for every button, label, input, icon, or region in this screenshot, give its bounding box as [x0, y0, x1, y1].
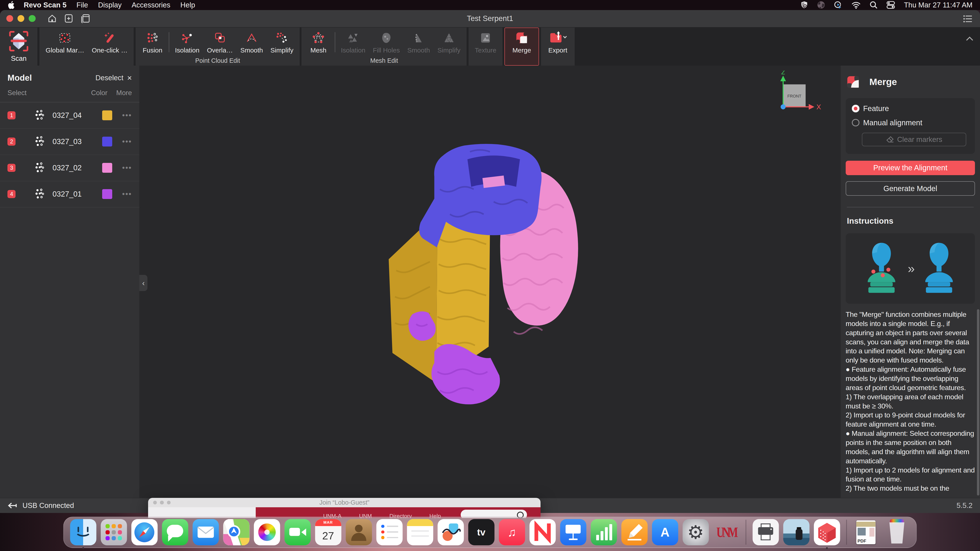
dock-reminders-icon[interactable]	[376, 519, 402, 545]
model-row-2[interactable]: 2 0327_03 •••	[0, 129, 139, 155]
wifi-icon[interactable]	[851, 1, 861, 9]
mesh-isolation-button[interactable]: Isolation	[337, 29, 369, 55]
overlap-button[interactable]: Overla…	[203, 29, 237, 55]
deselect-close-icon[interactable]: ×	[127, 73, 132, 83]
feature-radio-row[interactable]: Feature	[852, 104, 969, 113]
control-center-icon[interactable]	[886, 1, 895, 9]
merge-button[interactable]: Merge	[504, 27, 539, 65]
projects-icon[interactable]	[81, 14, 90, 23]
model-more-button[interactable]: •••	[122, 164, 132, 172]
dock-calendar-icon[interactable]: MAR 27	[315, 519, 341, 545]
menu-item-display[interactable]: Display	[98, 1, 122, 9]
preview-alignment-button[interactable]: Preview the Alignment	[846, 161, 975, 175]
zoom-window-button[interactable]	[29, 15, 35, 22]
sync-icon[interactable]	[834, 1, 843, 9]
active-app-name[interactable]: Revo Scan 5	[24, 1, 67, 9]
deselect-button[interactable]: Deselect	[95, 74, 123, 82]
dock-settings-icon[interactable]: ⚙	[682, 519, 709, 545]
join-network-dialog[interactable]: Join “Lobo-Guest” UNM-A UNM Directory He…	[148, 498, 541, 518]
minimize-window-button[interactable]	[18, 15, 24, 22]
model-order-badge: 3	[8, 164, 16, 172]
manual-alignment-radio-row[interactable]: Manual alignment	[852, 119, 969, 127]
dock-desktop-picture-icon[interactable]	[783, 519, 810, 545]
menu-item-file[interactable]: File	[76, 1, 88, 9]
model-panel-title: Model	[8, 73, 95, 83]
fusion-button[interactable]: Fusion	[138, 29, 167, 55]
viewport-3d[interactable]: ‹ FRONT Z X	[139, 65, 841, 498]
dock-notes-icon[interactable]	[407, 519, 433, 545]
model-color-swatch[interactable]	[102, 110, 112, 121]
dock-appletv-icon[interactable]: tv	[468, 519, 495, 545]
toolbar-collapse-chevron[interactable]	[966, 36, 974, 41]
dock-freeform-icon[interactable]	[438, 519, 464, 545]
panel-collapse-chevron[interactable]: ‹	[139, 275, 148, 291]
shield-icon[interactable]	[800, 1, 808, 9]
export-button[interactable]: Export	[543, 29, 572, 55]
apple-menu-icon[interactable]	[8, 1, 15, 10]
dock-pdf-document-icon[interactable]: PDF	[853, 519, 880, 545]
close-window-button[interactable]	[6, 15, 13, 22]
dock-trash-icon[interactable]	[884, 519, 910, 545]
menu-item-help[interactable]: Help	[180, 1, 195, 9]
pc-simplify-button[interactable]: Simplify	[267, 29, 297, 55]
dock-safari-icon[interactable]	[131, 519, 158, 545]
menu-item-accessories[interactable]: Accessories	[132, 1, 170, 9]
model-more-button[interactable]: •••	[122, 137, 132, 146]
dock-messages-icon[interactable]	[162, 519, 188, 545]
model-color-swatch[interactable]	[102, 189, 112, 199]
window-titlebar[interactable]: Test Serpent1	[0, 10, 980, 27]
pc-isolation-button[interactable]: Isolation	[171, 29, 203, 55]
gizmo-front-label: FRONT	[787, 94, 801, 98]
dock-printer-icon[interactable]	[752, 519, 779, 545]
generate-model-button[interactable]: Generate Model	[846, 181, 975, 196]
global-markers-button[interactable]: Global Mar…	[42, 29, 88, 55]
dock-numbers-icon[interactable]	[590, 519, 617, 545]
clear-markers-button[interactable]: Clear markers	[862, 133, 966, 146]
dialog-titlebar[interactable]: Join “Lobo-Guest”	[148, 498, 541, 507]
dock-contacts-icon[interactable]	[345, 519, 372, 545]
toolbar-group-point-cloud-edit: Fusion Isolation Overla…	[135, 27, 300, 65]
scanned-model-3d[interactable]	[375, 139, 612, 421]
model-row-4[interactable]: 4 0327_01 •••	[0, 181, 139, 208]
dock-photos-icon[interactable]	[254, 519, 280, 545]
mesh-simplify-button[interactable]: Simplify	[434, 29, 464, 55]
dock-mail-icon[interactable]	[192, 519, 219, 545]
model-name: 0327_01	[52, 190, 102, 198]
dock-revoscan-icon[interactable]	[814, 519, 840, 545]
model-more-button[interactable]: •••	[122, 190, 132, 198]
panel-scrollbar[interactable]	[977, 309, 979, 495]
model-order-badge: 2	[8, 138, 16, 146]
orientation-gizmo[interactable]: FRONT Z X	[774, 71, 823, 119]
dock-pages-icon[interactable]	[621, 519, 648, 545]
dock-appstore-icon[interactable]: A	[652, 519, 678, 545]
dock-news-icon[interactable]	[530, 519, 555, 545]
dock-unm-icon[interactable]: UNM	[713, 514, 739, 550]
dock-maps-icon[interactable]	[223, 519, 250, 545]
globe-icon[interactable]	[817, 1, 825, 9]
dock-launchpad-icon[interactable]	[100, 519, 127, 545]
model-row-3[interactable]: 3 0327_02 •••	[0, 155, 139, 181]
dock-finder-icon[interactable]	[70, 519, 96, 545]
mesh-smooth-button[interactable]: Smooth	[404, 29, 434, 55]
feature-radio[interactable]	[852, 105, 859, 112]
model-row-1[interactable]: 1 0327_04 •••	[0, 103, 139, 129]
menubar-clock[interactable]: Thu Mar 27 11:47 AM	[904, 1, 972, 9]
pc-smooth-button[interactable]: Smooth	[237, 29, 267, 55]
manual-alignment-radio[interactable]	[852, 119, 859, 126]
mesh-button[interactable]: Mesh	[304, 29, 333, 55]
home-icon[interactable]	[48, 14, 57, 23]
project-list-icon[interactable]	[963, 15, 972, 22]
dock-facetime-icon[interactable]	[284, 519, 310, 545]
scan-button[interactable]: Scan	[0, 27, 37, 65]
dock-keynote-icon[interactable]	[560, 519, 586, 545]
model-color-swatch[interactable]	[102, 137, 112, 147]
model-more-button[interactable]: •••	[122, 111, 132, 120]
dock-music-icon[interactable]: ♫	[499, 519, 525, 545]
model-color-swatch[interactable]	[102, 163, 112, 173]
one-click-button[interactable]: One-click …	[88, 29, 131, 55]
fill-holes-button[interactable]: Fill Holes	[369, 29, 404, 55]
new-project-icon[interactable]	[64, 14, 73, 23]
texture-button[interactable]: Texture	[471, 29, 500, 55]
search-icon[interactable]	[870, 1, 878, 9]
window-title: Test Serpent1	[0, 14, 980, 23]
